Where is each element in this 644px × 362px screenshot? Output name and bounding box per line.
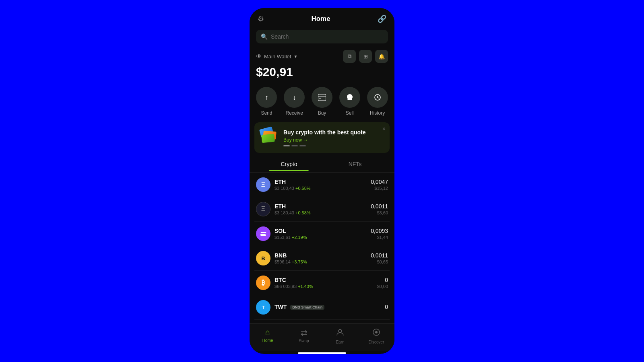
list-item[interactable]: B BNB $596,14 +3.75% 0,0011 $0,65: [254, 246, 390, 271]
crypto-price: $3 180,43 +0.58%: [275, 210, 371, 215]
banner-dot-1: [283, 145, 290, 146]
header: ⚙ Home 🔗: [250, 8, 394, 27]
history-label: History: [370, 110, 385, 116]
nav-discover-label: Discover: [369, 340, 384, 344]
tab-nfts[interactable]: NFTs: [322, 158, 388, 171]
connect-icon[interactable]: 🔗: [378, 14, 386, 23]
nav-discover[interactable]: Discover: [358, 326, 394, 346]
action-buttons: ↑ Send ↓ Receive Buy Sell: [250, 80, 394, 119]
receive-button[interactable]: ↓ Receive: [284, 87, 305, 116]
banner-dots: [283, 145, 384, 146]
crypto-value: $0,65: [371, 259, 388, 264]
settings-icon[interactable]: ⚙: [258, 14, 264, 23]
copy-icon[interactable]: ⧉: [343, 50, 356, 63]
crypto-amount: 0,0011: [371, 252, 388, 259]
search-bar[interactable]: 🔍: [256, 30, 388, 43]
crypto-amounts: 0,0093 $1,44: [371, 228, 388, 240]
nav-swap-label: Swap: [299, 339, 309, 343]
banner-dot-3: [299, 145, 306, 146]
crypto-symbol: BNB: [275, 252, 371, 259]
banner-title: Buy crypto with the best quote: [283, 129, 384, 136]
list-item[interactable]: ₿ BTC $66 003,93 +1.40% 0 $0,00: [254, 271, 390, 295]
buy-icon: [312, 87, 332, 108]
sell-label: Sell: [346, 110, 354, 116]
sol-logo: [256, 226, 270, 241]
crypto-symbol: SOL: [275, 228, 371, 234]
banner-content: Buy crypto with the best quote Buy now →: [283, 129, 384, 146]
buy-button[interactable]: Buy: [312, 87, 332, 116]
nav-earn-label: Earn: [336, 340, 344, 344]
wallet-name[interactable]: 👁 Main Wallet ▼: [256, 53, 297, 60]
home-icon: ⌂: [265, 328, 270, 337]
svg-rect-0: [318, 94, 326, 101]
wallet-name-label: Main Wallet: [264, 53, 291, 60]
crypto-price: $3 180,43 +0.58%: [275, 186, 371, 191]
banner-link[interactable]: Buy now →: [283, 137, 384, 143]
history-icon: [367, 87, 388, 108]
crypto-value: $3,60: [371, 210, 388, 215]
bnb-logo: B: [256, 251, 270, 265]
phone-container: ⚙ Home 🔗 🔍 👁 Main Wallet ▼ ⧉ ⊞ 🔔 $20,91 …: [250, 8, 394, 354]
bell-icon[interactable]: 🔔: [375, 50, 388, 63]
chevron-down-icon: ▼: [293, 54, 297, 59]
list-item[interactable]: SOL $153,61 +2.19% 0,0093 $1,44: [254, 222, 390, 246]
crypto-info: BNB $596,14 +3.75%: [275, 252, 371, 264]
send-label: Send: [261, 110, 272, 116]
crypto-amount: 0,0093: [371, 228, 388, 234]
wallet-header: 👁 Main Wallet ▼ ⧉ ⊞ 🔔: [256, 50, 388, 63]
send-button[interactable]: ↑ Send: [256, 87, 277, 116]
sell-button[interactable]: Sell: [339, 87, 360, 116]
crypto-amount: 0: [377, 277, 388, 283]
history-button[interactable]: History: [367, 87, 388, 116]
banner-image: [260, 128, 279, 147]
wallet-balance: $20,91: [256, 65, 388, 79]
crypto-price: $596,14 +3.75%: [275, 259, 371, 264]
svg-point-6: [375, 331, 378, 333]
banner-dot-2: [291, 145, 298, 146]
crypto-info: TWT BNB Smart Chain: [275, 304, 385, 311]
crypto-amounts: 0,0011 $3,60: [371, 203, 388, 215]
list-item[interactable]: Ξ ETH $3 180,43 +0.58% 0,0047 $15,12: [254, 173, 390, 197]
send-icon: ↑: [256, 87, 277, 108]
crypto-amounts: 0,0047 $15,12: [371, 179, 388, 191]
wallet-section: 👁 Main Wallet ▼ ⧉ ⊞ 🔔 $20,91: [250, 47, 394, 80]
crypto-amounts: 0,0011 $0,65: [371, 252, 388, 264]
banner-close-button[interactable]: ×: [382, 125, 386, 132]
crypto-info: SOL $153,61 +2.19%: [275, 228, 371, 240]
crypto-amounts: 0 $0,00: [377, 277, 388, 289]
discover-icon: [372, 328, 381, 339]
crypto-amount: 0,0011: [371, 203, 388, 210]
sell-icon: [339, 87, 360, 108]
search-input[interactable]: [271, 33, 383, 40]
nav-earn[interactable]: Earn: [322, 326, 358, 346]
svg-point-4: [339, 329, 342, 333]
asset-tabs: Crypto NFTs: [250, 156, 394, 173]
nav-home-label: Home: [262, 338, 273, 343]
crypto-value: $15,12: [371, 186, 388, 191]
crypto-list: Ξ ETH $3 180,43 +0.58% 0,0047 $15,12 Ξ E…: [250, 173, 394, 323]
crypto-symbol: TWT BNB Smart Chain: [275, 304, 385, 310]
crypto-info: ETH $3 180,43 +0.58%: [275, 179, 371, 191]
crypto-value: $0,00: [377, 284, 388, 289]
list-item[interactable]: T TWT BNB Smart Chain 0: [254, 295, 390, 320]
home-indicator: [298, 352, 346, 354]
promo-banner: × Buy crypto with the best quote Buy now…: [254, 122, 390, 153]
page-title: Home: [311, 15, 330, 23]
nav-home[interactable]: ⌂ Home: [250, 326, 286, 346]
crypto-symbol: BTC: [275, 277, 377, 283]
tab-crypto[interactable]: Crypto: [256, 158, 322, 171]
wallet-action-icons: ⧉ ⊞ 🔔: [343, 50, 388, 63]
buy-label: Buy: [318, 110, 326, 116]
nav-swap[interactable]: ⇄ Swap: [286, 326, 322, 346]
crypto-symbol: ETH: [275, 179, 371, 185]
btc-logo: ₿: [256, 276, 270, 290]
crypto-amount: 0,0047: [371, 179, 388, 185]
eth-logo: Ξ: [256, 177, 270, 192]
crypto-value: $1,44: [371, 235, 388, 240]
twt-logo: T: [256, 300, 270, 315]
scan-icon[interactable]: ⊞: [359, 50, 372, 63]
list-item[interactable]: Ξ ETH $3 180,43 +0.58% 0,0011 $3,60: [254, 197, 390, 222]
crypto-price: $66 003,93 +1.40%: [275, 284, 377, 289]
eth2-logo: Ξ: [256, 202, 270, 216]
earn-icon: [336, 328, 345, 339]
